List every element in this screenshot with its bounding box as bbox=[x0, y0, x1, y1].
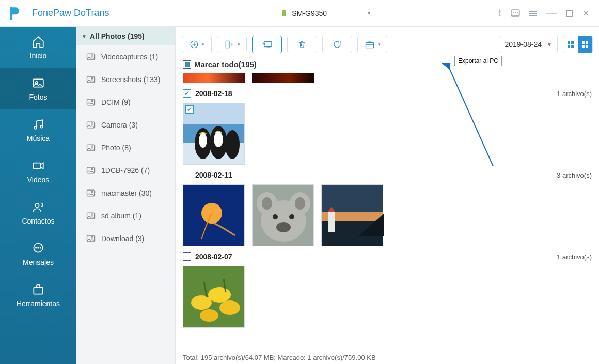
group-date: 2008-02-18 bbox=[195, 89, 232, 98]
svg-rect-19 bbox=[34, 288, 42, 294]
photo-area[interactable]: Marcar todo(195) 2008-02-18 1 archivo(s) bbox=[176, 57, 599, 351]
picture-icon bbox=[86, 188, 96, 198]
thumbnail[interactable] bbox=[183, 73, 245, 83]
album-item[interactable]: Videocaptures (1) bbox=[76, 45, 175, 68]
date-filter[interactable]: 2019-08-24 ▼ bbox=[499, 36, 558, 53]
svg-rect-40 bbox=[586, 45, 588, 48]
device-name: SM-G9350 bbox=[292, 9, 327, 18]
svg-point-4 bbox=[285, 11, 285, 11]
photos-icon bbox=[31, 76, 45, 90]
menu-icon[interactable] bbox=[529, 11, 537, 16]
nav-label: Inicio bbox=[30, 52, 47, 60]
picture-icon bbox=[86, 143, 96, 153]
album-item[interactable]: Camera (3) bbox=[76, 114, 175, 136]
group-count: 3 archivo(s) bbox=[557, 171, 592, 179]
album-header-label: All Photos (195) bbox=[90, 32, 145, 40]
feedback-icon[interactable] bbox=[511, 9, 520, 18]
album-label: Screenshots (133) bbox=[101, 75, 160, 84]
app-logo bbox=[0, 0, 27, 27]
thumb-checkbox[interactable] bbox=[185, 105, 194, 114]
maximize-button[interactable] bbox=[566, 10, 573, 17]
album-item[interactable]: DCIM (9) bbox=[76, 91, 175, 114]
svg-point-45 bbox=[199, 133, 207, 148]
album-label: 1DCB-7926 (7) bbox=[101, 166, 150, 175]
delete-button[interactable] bbox=[287, 36, 317, 53]
social-icon[interactable]: f bbox=[498, 8, 501, 19]
mark-all-checkbox[interactable] bbox=[183, 60, 191, 69]
device-selector[interactable]: SM-G9350 ▾ bbox=[257, 7, 350, 20]
refresh-button[interactable] bbox=[322, 36, 352, 53]
album-label: Camera (3) bbox=[101, 121, 138, 129]
picture-icon bbox=[86, 74, 96, 85]
album-label: sd album (1) bbox=[101, 212, 141, 220]
mark-all-row[interactable]: Marcar todo(195) bbox=[183, 60, 592, 69]
nav-herramientas[interactable]: Herramientas bbox=[0, 275, 76, 316]
minimize-button[interactable]: — bbox=[546, 7, 557, 20]
toolbox-button[interactable]: ▾ bbox=[357, 36, 387, 53]
nav-label: Música bbox=[27, 134, 50, 143]
nav-musica[interactable]: Música bbox=[0, 109, 76, 151]
svg-point-51 bbox=[262, 197, 272, 210]
thumbnail[interactable] bbox=[183, 103, 245, 165]
picture-icon bbox=[86, 165, 96, 176]
svg-rect-34 bbox=[571, 41, 574, 44]
album-label: Photo (8) bbox=[101, 144, 131, 152]
nav-contactos[interactable]: Contactos bbox=[0, 192, 76, 233]
album-item[interactable]: Screenshots (133) bbox=[76, 68, 175, 91]
contacts-icon bbox=[31, 200, 45, 214]
nav-label: Herramientas bbox=[17, 299, 60, 308]
album-item[interactable]: Photo (8) bbox=[76, 136, 175, 159]
album-item[interactable]: 1DCB-7926 (7) bbox=[76, 159, 175, 182]
group-count: 1 archivo(s) bbox=[557, 253, 592, 261]
nav-label: Videos bbox=[27, 176, 50, 184]
picture-icon bbox=[86, 120, 96, 130]
thumbnail[interactable] bbox=[183, 266, 245, 328]
title-bar: FonePaw DoTrans SM-G9350 ▾ f — ✕ bbox=[0, 0, 599, 27]
svg-marker-58 bbox=[358, 214, 384, 236]
nav-videos[interactable]: Videos bbox=[0, 151, 76, 192]
to-phone-icon bbox=[224, 40, 234, 49]
album-label: Download (3) bbox=[101, 234, 144, 243]
view-grid-small[interactable] bbox=[563, 36, 578, 53]
album-item[interactable]: Download (3) bbox=[76, 227, 175, 250]
export-pc-button[interactable] bbox=[252, 36, 282, 53]
briefcase-icon bbox=[365, 40, 375, 49]
view-toggle bbox=[563, 36, 593, 53]
album-header[interactable]: All Photos (195) bbox=[76, 27, 175, 45]
view-grid-large[interactable] bbox=[578, 36, 592, 53]
svg-rect-2 bbox=[282, 12, 286, 16]
album-label: DCIM (9) bbox=[101, 98, 131, 106]
group-header[interactable]: 2008-02-11 3 archivo(s) bbox=[183, 171, 592, 179]
thumbnail[interactable] bbox=[183, 184, 245, 246]
group-checkbox[interactable] bbox=[183, 252, 191, 261]
svg-point-54 bbox=[273, 214, 278, 219]
svg-rect-0 bbox=[10, 7, 12, 19]
music-icon bbox=[31, 118, 45, 131]
sidebar-nav: Inicio Fotos Música Videos Contactos Men… bbox=[0, 27, 76, 364]
video-icon bbox=[31, 159, 45, 172]
svg-point-16 bbox=[36, 247, 37, 248]
svg-rect-32 bbox=[366, 43, 373, 48]
thumbnail[interactable] bbox=[252, 73, 314, 83]
album-item[interactable]: sd album (1) bbox=[76, 204, 175, 227]
nav-mensajes[interactable]: Mensajes bbox=[0, 233, 76, 275]
picture-icon bbox=[86, 211, 96, 221]
svg-point-17 bbox=[38, 247, 39, 248]
android-icon bbox=[280, 9, 288, 18]
nav-inicio[interactable]: Inicio bbox=[0, 27, 76, 68]
group-header[interactable]: 2008-02-18 1 archivo(s) bbox=[183, 89, 592, 98]
svg-rect-56 bbox=[328, 212, 335, 232]
svg-point-61 bbox=[219, 300, 240, 315]
export-device-button[interactable]: ▾ bbox=[217, 36, 247, 53]
thumbnail[interactable] bbox=[252, 184, 314, 246]
nav-fotos[interactable]: Fotos bbox=[0, 68, 76, 109]
svg-point-3 bbox=[283, 11, 283, 11]
add-button[interactable]: ▾ bbox=[182, 36, 212, 53]
group-checkbox[interactable] bbox=[183, 89, 191, 98]
tools-icon bbox=[31, 283, 45, 296]
album-item[interactable]: macmaster (30) bbox=[76, 182, 175, 204]
group-header[interactable]: 2008-02-07 1 archivo(s) bbox=[183, 252, 592, 261]
thumbnail[interactable] bbox=[321, 184, 383, 246]
group-checkbox[interactable] bbox=[183, 171, 191, 179]
close-button[interactable]: ✕ bbox=[582, 8, 590, 19]
